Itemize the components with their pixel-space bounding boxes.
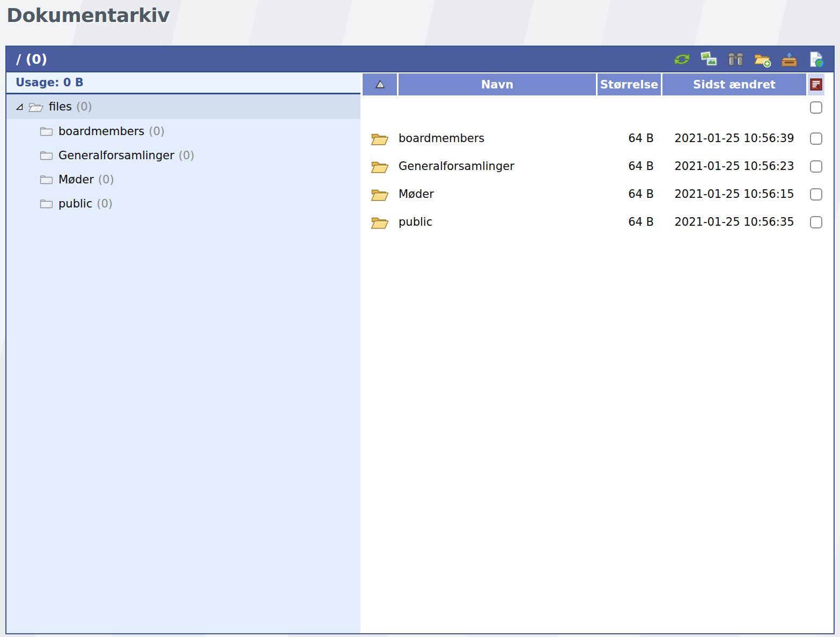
collapse-triangle-icon xyxy=(15,102,24,111)
table-row[interactable]: Møder 64 B 2021-01-25 10:56:15 xyxy=(363,180,834,208)
tree-item-files[interactable]: files (0) xyxy=(6,94,360,119)
folder-icon xyxy=(371,214,389,229)
tree-item-label: Møder xyxy=(58,173,94,186)
row-checkbox[interactable] xyxy=(810,132,822,145)
binoculars-search-icon xyxy=(727,50,745,68)
tree-item-count: (0) xyxy=(98,173,114,186)
tree-item-count: (0) xyxy=(97,197,113,210)
table-header: Navn Størrelse Sidst ændret xyxy=(363,73,834,95)
table-row[interactable]: public 64 B 2021-01-25 10:56:35 xyxy=(363,208,834,236)
tree-item-count: (0) xyxy=(76,100,92,113)
tree-item-count: (0) xyxy=(179,149,195,162)
file-size: 64 B xyxy=(598,188,661,201)
table-row[interactable]: Generalforsamlinger 64 B 2021-01-25 10:5… xyxy=(363,152,834,180)
folder-icon xyxy=(371,159,389,174)
new-folder-icon xyxy=(754,50,771,68)
folder-icon xyxy=(40,174,53,184)
folder-icon xyxy=(40,150,53,160)
new-folder-button[interactable] xyxy=(754,50,771,68)
tree-expander[interactable] xyxy=(15,102,28,111)
file-modified: 2021-01-25 10:56:35 xyxy=(662,216,806,228)
file-modified: 2021-01-25 10:56:15 xyxy=(662,188,806,201)
file-name[interactable]: Møder xyxy=(399,188,596,201)
row-checkbox[interactable] xyxy=(810,188,822,201)
folder-icon xyxy=(40,198,53,209)
toolbar xyxy=(673,50,825,68)
search-button[interactable] xyxy=(727,50,745,68)
tree-item-boardmembers[interactable]: boardmembers (0) xyxy=(6,119,360,143)
content-area: Usage: 0 B files (0) boardmembers (0) xyxy=(6,72,834,633)
document-globe-icon xyxy=(807,50,825,68)
tree-item-moeder[interactable]: Møder (0) xyxy=(6,167,360,191)
tree-item-label: Generalforsamlinger xyxy=(58,149,174,162)
sort-ascending-icon xyxy=(374,79,386,90)
open-folder-icon xyxy=(28,101,44,113)
upload-button[interactable] xyxy=(780,50,798,68)
tree-item-generalforsamlinger[interactable]: Generalforsamlinger (0) xyxy=(6,143,360,167)
upload-icon xyxy=(780,50,798,68)
column-header-name[interactable]: Navn xyxy=(399,73,596,95)
file-modified: 2021-01-25 10:56:23 xyxy=(662,160,806,173)
file-manager-panel: / (0) Usage: 0 B xyxy=(5,46,835,634)
tree-item-count: (0) xyxy=(149,125,165,138)
file-name[interactable]: boardmembers xyxy=(399,132,596,145)
share-document-button[interactable] xyxy=(807,50,825,68)
folder-tree: files (0) boardmembers (0) Generalforsam… xyxy=(6,94,360,633)
select-mode-icon xyxy=(810,78,822,91)
refresh-button[interactable] xyxy=(673,50,691,68)
file-modified: 2021-01-25 10:56:39 xyxy=(662,132,806,145)
file-size: 64 B xyxy=(598,160,661,173)
row-checkbox[interactable] xyxy=(810,160,822,173)
row-checkbox[interactable] xyxy=(810,216,822,228)
column-header-modified[interactable]: Sidst ændret xyxy=(662,73,806,95)
file-size: 64 B xyxy=(598,216,661,228)
file-name[interactable]: public xyxy=(399,216,596,228)
select-mode-header[interactable] xyxy=(808,73,824,95)
folder-icon xyxy=(40,126,53,136)
tree-item-label: public xyxy=(58,197,92,210)
select-all-row xyxy=(363,100,834,115)
gallery-view-button[interactable] xyxy=(700,50,718,68)
tree-item-label: files xyxy=(49,100,72,113)
refresh-icon xyxy=(673,50,691,68)
usage-header: Usage: 0 B xyxy=(6,72,360,94)
file-size: 64 B xyxy=(598,132,661,145)
file-list: Navn Størrelse Sidst ændret xyxy=(363,72,834,633)
column-header-size[interactable]: Størrelse xyxy=(598,73,661,95)
file-name[interactable]: Generalforsamlinger xyxy=(399,160,596,173)
page-title: Dokumentarkiv xyxy=(6,4,170,26)
table-row[interactable]: boardmembers 64 B 2021-01-25 10:56:39 xyxy=(363,124,834,152)
select-all-checkbox[interactable] xyxy=(810,101,822,114)
tree-item-public[interactable]: public (0) xyxy=(6,191,360,216)
sidebar: Usage: 0 B files (0) boardmembers (0) xyxy=(6,72,363,633)
folder-icon xyxy=(371,131,389,146)
folder-icon xyxy=(371,187,389,202)
current-path: / (0) xyxy=(16,51,47,67)
tree-item-label: boardmembers xyxy=(58,125,144,138)
sort-direction-header[interactable] xyxy=(363,73,397,95)
topbar: / (0) xyxy=(6,47,834,72)
gallery-view-icon xyxy=(700,50,718,68)
